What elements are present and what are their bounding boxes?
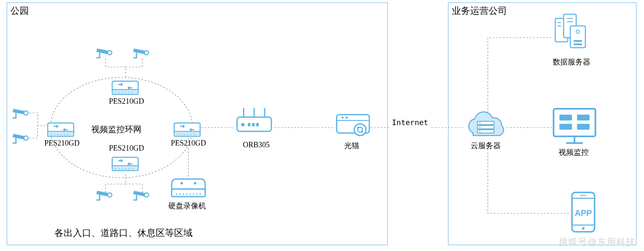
camera-icon [133,45,150,59]
ring-label: 视频监控环网 [91,124,142,135]
camera-icon [96,45,113,59]
server-label: 数据服务器 [553,57,590,67]
phone-app-icon [569,192,598,233]
switch-left-label: PES210GD [44,139,80,148]
switch-right-label: PES210GD [171,139,206,148]
switch-icon [173,117,203,138]
watermark: 搜狐号@东用科技 [559,236,636,248]
server-icon [555,14,589,52]
video-label: 视频监控 [559,147,589,157]
switch-icon [111,75,141,96]
cloud-server-icon [463,113,509,141]
camera-icon [13,131,29,145]
router-label: ORB305 [243,141,270,149]
switch-bottom-label: PES210GD [109,144,144,153]
cloud-label: 云服务器 [471,141,501,151]
nvr-label: 硬盘录像机 [168,201,206,211]
switch-icon [111,151,141,172]
router-icon [235,108,274,133]
monitor-icon [554,109,596,146]
camera-icon [96,187,113,202]
switch-icon [46,117,76,138]
park-footer: 各出入口、道路口、休息区等区域 [54,227,193,239]
camera-icon [13,105,29,120]
nvr-icon [172,177,206,198]
switch-top-label: PES210GD [109,97,144,106]
camera-icon [133,187,150,202]
internet-label: Internet [392,118,428,127]
modem-icon [335,112,372,137]
modem-label: 光猫 [344,141,359,151]
